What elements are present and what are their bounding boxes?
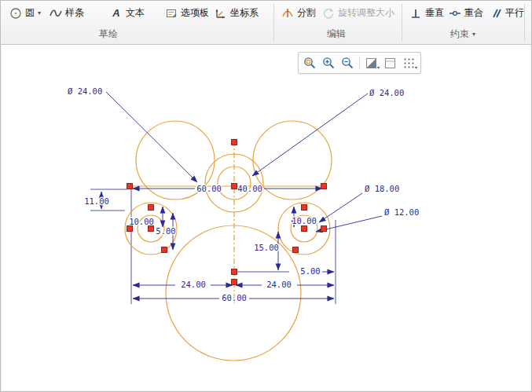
dimension-label[interactable]: 40.00 <box>237 184 262 193</box>
dimension-label[interactable]: 10.00 <box>129 217 154 226</box>
vertex-handle[interactable] <box>232 140 237 145</box>
toolbar-separator <box>359 57 360 69</box>
display-shaded-button[interactable]: ▾ <box>362 55 380 71</box>
vertex-handle[interactable] <box>127 184 133 189</box>
zoom-out-button[interactable] <box>339 55 357 71</box>
ribbon-group-sketch: 草绘 <box>99 27 118 41</box>
divide-icon <box>281 7 294 20</box>
circle-icon <box>9 7 22 20</box>
ribbon-button-circle[interactable]: 圆 ▾ <box>6 3 45 23</box>
dimension-label[interactable]: Ø 18.00 <box>365 184 399 193</box>
ribbon-button-label: 样条 <box>65 6 84 20</box>
vertex-handle[interactable] <box>127 226 133 232</box>
parallel-icon <box>490 7 502 20</box>
display-no-hidden-button[interactable] <box>381 55 399 71</box>
text-icon: A <box>110 7 123 20</box>
ribbon-button-label: 垂直 <box>425 6 444 20</box>
ribbon: 圆 ▾ 样条 A 文本 选项板 坐标系 <box>1 1 531 45</box>
ribbon-button-csys[interactable]: 坐标系 <box>211 3 262 23</box>
dimension-label[interactable]: 15.00 <box>254 243 279 252</box>
dimension-label[interactable]: Ø 24.00 <box>369 88 404 97</box>
ribbon-button-rotate-resize: 旋转调整大小 <box>318 3 398 23</box>
grid-snap-icon <box>402 57 416 70</box>
vertex-handle[interactable] <box>149 205 154 211</box>
ribbon-button-label: 圆 <box>25 6 35 20</box>
dimension-label[interactable]: 10.00 <box>292 216 317 225</box>
zoom-in-icon <box>322 57 336 70</box>
sketch-drawing: Ø 24.00Ø 24.0060.0040.0011.0010.005.0010… <box>2 45 532 392</box>
ribbon-button-parallel-constraint[interactable]: 平行 <box>486 3 528 23</box>
coincident-icon <box>449 7 461 20</box>
vertex-handle[interactable] <box>293 247 299 253</box>
dimension-label[interactable]: 60.00 <box>222 293 247 302</box>
ribbon-button-label: 选项板 <box>181 6 209 20</box>
palette-icon <box>165 7 178 20</box>
ribbon-button-label: 旋转调整大小 <box>338 6 394 20</box>
chevron-down-icon: ▾ <box>472 31 475 38</box>
dimension-label[interactable]: 11.00 <box>84 196 109 206</box>
ribbon-button-vertical-constraint[interactable]: 垂直 <box>405 3 448 23</box>
dimension-label[interactable]: 24.00 <box>266 280 292 289</box>
ribbon-group-edit: 编辑 <box>327 27 346 41</box>
ribbon-button-label: 文本 <box>126 6 145 20</box>
vertex-handle[interactable] <box>302 205 307 211</box>
dimension-label[interactable]: Ø 24.00 <box>68 86 102 96</box>
ribbon-button-text[interactable]: A 文本 <box>106 3 149 23</box>
ribbon-button-divide[interactable]: 分割 <box>277 3 320 23</box>
dimension-line <box>252 93 368 176</box>
rotate-resize-icon <box>322 7 335 20</box>
ribbon-button-palette[interactable]: 选项板 <box>161 3 213 23</box>
dimension-label[interactable]: 24.00 <box>181 280 206 289</box>
ribbon-button-spline[interactable]: 样条 <box>46 3 88 23</box>
app-window: 圆 ▾ 样条 A 文本 选项板 坐标系 <box>0 0 532 392</box>
dimension-label[interactable]: 60.00 <box>196 184 222 193</box>
zoom-window-icon <box>303 57 317 70</box>
ribbon-button-label: 坐标系 <box>230 6 259 20</box>
vertex-handle[interactable] <box>321 226 327 232</box>
zoom-in-button[interactable] <box>320 55 338 71</box>
ribbon-button-label: 重合 <box>464 6 483 20</box>
dimension-label[interactable]: 5.00 <box>156 226 175 236</box>
dimension-line <box>319 193 362 222</box>
vertex-handle[interactable] <box>162 247 167 253</box>
display-shaded-icon <box>365 57 378 70</box>
zoom-out-icon <box>341 57 354 70</box>
ribbon-group-constrain[interactable]: 约束 ▾ <box>450 27 475 41</box>
ribbon-button-label: 平行 <box>505 6 524 20</box>
grid-snap-button[interactable]: ▾ <box>400 55 418 71</box>
dimension-line <box>106 92 197 182</box>
ribbon-button-label: 分割 <box>297 6 316 20</box>
view-toolbar: ▾ ▾ <box>298 52 421 74</box>
ribbon-separator <box>402 4 402 41</box>
sketch-canvas[interactable]: Ø 24.00Ø 24.0060.0040.0011.0010.005.0010… <box>2 45 530 390</box>
dimension-label[interactable]: Ø 12.00 <box>384 207 419 217</box>
zoom-window-button[interactable] <box>301 55 319 71</box>
vertex-handle[interactable] <box>232 269 237 275</box>
spline-icon <box>50 7 62 20</box>
vertex-handle[interactable] <box>302 226 307 232</box>
perpendicular-icon <box>409 7 422 20</box>
ribbon-button-coincident-constraint[interactable]: 重合 <box>445 3 487 23</box>
vertex-handle[interactable] <box>232 280 237 285</box>
sketch-circle[interactable] <box>253 121 332 200</box>
chevron-down-icon[interactable]: ▾ <box>38 10 41 16</box>
display-no-hidden-icon <box>383 57 397 70</box>
vertex-handle[interactable] <box>321 184 327 189</box>
dimension-label[interactable]: 5.00 <box>300 266 320 276</box>
vertex-handle[interactable] <box>149 226 154 232</box>
ribbon-separator <box>273 4 274 41</box>
vertex-handle[interactable] <box>232 184 237 189</box>
coordinate-system-icon <box>215 7 227 20</box>
ribbon-separator <box>524 4 525 41</box>
